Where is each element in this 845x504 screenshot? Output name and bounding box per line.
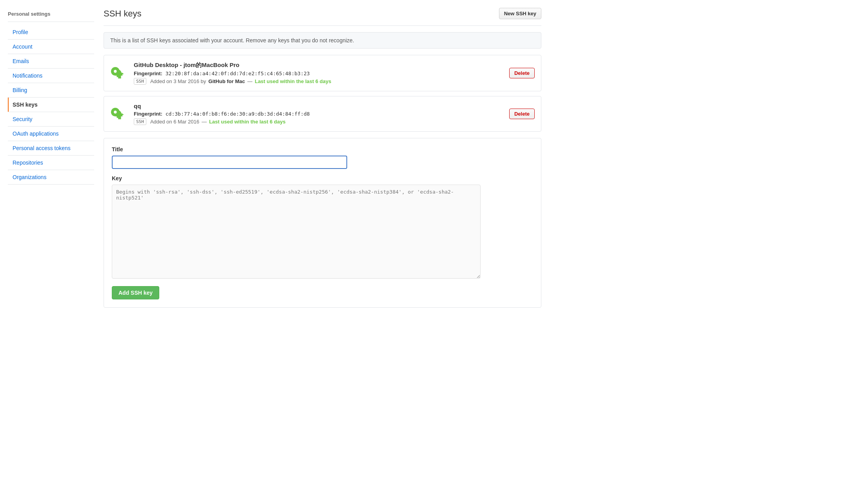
key-fingerprint-key2: Fingerprint: cd:3b:77:4a:0f:b8:f6:de:30:… bbox=[134, 111, 503, 117]
title-input[interactable] bbox=[112, 156, 347, 169]
key-name-key2: qq bbox=[134, 103, 503, 109]
title-form-group: Title bbox=[112, 146, 533, 169]
key-name-key1: GitHub Desktop - jtom的MacBook Pro bbox=[134, 62, 503, 69]
sidebar-link-organizations[interactable]: Organizations bbox=[8, 170, 94, 184]
separator: — bbox=[202, 119, 207, 125]
key-form-group: Key bbox=[112, 175, 533, 280]
key-fingerprint-key1: Fingerprint: 32:20:8f:da:a4:42:0f:dd:7d:… bbox=[134, 71, 503, 76]
ssh-key-card-key1: GitHub Desktop - jtom的MacBook ProFingerp… bbox=[104, 55, 541, 91]
ssh-key-card-key2: qqFingerprint: cd:3b:77:4a:0f:b8:f6:de:3… bbox=[104, 96, 541, 132]
new-ssh-key-button[interactable]: New SSH key bbox=[499, 8, 541, 19]
added-text: Added on 6 Mar 2016 bbox=[150, 119, 199, 125]
sidebar-link-oauth[interactable]: OAuth applications bbox=[8, 127, 94, 141]
add-key-section: Title Key Add SSH key bbox=[104, 138, 541, 308]
ssh-badge: SSH bbox=[134, 118, 146, 125]
sidebar-item-notifications[interactable]: Notifications bbox=[8, 69, 94, 83]
sidebar-item-tokens[interactable]: Personal access tokens bbox=[8, 141, 94, 156]
sidebar-nav: ProfileAccountEmailsNotificationsBilling… bbox=[8, 25, 94, 185]
fingerprint-label: Fingerprint: bbox=[134, 111, 162, 117]
last-used-text: Last used within the last 6 days bbox=[209, 119, 286, 125]
sidebar-item-repositories[interactable]: Repositories bbox=[8, 156, 94, 170]
sidebar-item-ssh-keys[interactable]: SSH keys bbox=[8, 98, 94, 112]
ssh-key-list: GitHub Desktop - jtom的MacBook ProFingerp… bbox=[104, 55, 541, 132]
fingerprint-label: Fingerprint: bbox=[134, 71, 162, 76]
key-info-key2: qqFingerprint: cd:3b:77:4a:0f:b8:f6:de:3… bbox=[134, 103, 503, 125]
sidebar-link-repositories[interactable]: Repositories bbox=[8, 156, 94, 170]
sidebar-link-notifications[interactable]: Notifications bbox=[8, 69, 94, 83]
sidebar-link-billing[interactable]: Billing bbox=[8, 83, 94, 97]
sidebar-title: Personal settings bbox=[8, 8, 94, 22]
key-icon bbox=[110, 103, 127, 124]
key-label: Key bbox=[112, 175, 533, 181]
sidebar-item-emails[interactable]: Emails bbox=[8, 54, 94, 69]
main-content: SSH keys New SSH key This is a list of S… bbox=[104, 8, 541, 496]
sidebar-link-profile[interactable]: Profile bbox=[8, 25, 94, 39]
page-title: SSH keys bbox=[104, 9, 142, 19]
delete-key-button-key1[interactable]: Delete bbox=[509, 68, 535, 78]
fingerprint-value: cd:3b:77:4a:0f:b8:f6:de:30:a9:db:3d:d4:8… bbox=[166, 111, 310, 117]
sidebar-item-organizations[interactable]: Organizations bbox=[8, 170, 94, 185]
added-by: GitHub for Mac bbox=[208, 78, 245, 84]
sidebar-link-account[interactable]: Account bbox=[8, 40, 94, 54]
key-meta-key1: SSHAdded on 3 Mar 2016 by GitHub for Mac… bbox=[134, 78, 503, 85]
info-banner: This is a list of SSH keys associated wi… bbox=[104, 32, 541, 49]
key-meta-key2: SSHAdded on 6 Mar 2016 — Last used withi… bbox=[134, 118, 503, 125]
ssh-badge: SSH bbox=[134, 78, 146, 85]
sidebar-link-ssh-keys[interactable]: SSH keys bbox=[8, 98, 94, 112]
sidebar-link-security[interactable]: Security bbox=[8, 112, 94, 126]
separator: — bbox=[247, 78, 252, 84]
sidebar: Personal settings ProfileAccountEmailsNo… bbox=[8, 8, 94, 496]
key-textarea[interactable] bbox=[112, 185, 481, 279]
sidebar-item-security[interactable]: Security bbox=[8, 112, 94, 127]
add-ssh-key-button[interactable]: Add SSH key bbox=[112, 286, 159, 299]
fingerprint-value: 32:20:8f:da:a4:42:0f:dd:7d:e2:f5:c4:65:4… bbox=[166, 71, 310, 76]
sidebar-item-profile[interactable]: Profile bbox=[8, 25, 94, 40]
key-info-key1: GitHub Desktop - jtom的MacBook ProFingerp… bbox=[134, 62, 503, 85]
page-header: SSH keys New SSH key bbox=[104, 8, 541, 26]
sidebar-link-emails[interactable]: Emails bbox=[8, 54, 94, 68]
sidebar-item-oauth[interactable]: OAuth applications bbox=[8, 127, 94, 141]
key-icon bbox=[110, 63, 127, 83]
added-text: Added on 3 Mar 2016 by bbox=[150, 78, 206, 84]
sidebar-item-account[interactable]: Account bbox=[8, 40, 94, 54]
delete-key-button-key2[interactable]: Delete bbox=[509, 109, 535, 119]
last-used-text: Last used within the last 6 days bbox=[255, 78, 331, 84]
sidebar-link-tokens[interactable]: Personal access tokens bbox=[8, 141, 94, 155]
title-label: Title bbox=[112, 146, 533, 152]
sidebar-item-billing[interactable]: Billing bbox=[8, 83, 94, 98]
